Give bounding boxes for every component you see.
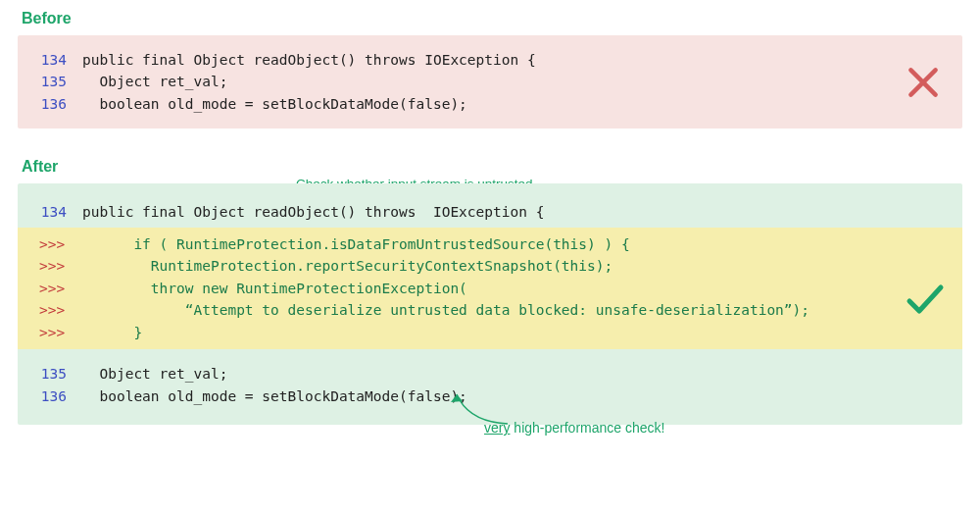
x-icon [906, 65, 941, 100]
annotation-performance: very high-performance check! [484, 420, 664, 436]
code-line-inserted: >>> if ( RuntimeProtection.isDataFromUnt… [35, 233, 945, 255]
code-text: RuntimeProtection.reportSecurityContextS… [82, 255, 945, 277]
code-line-inserted: >>> } [35, 322, 945, 343]
insert-marker: >>> [35, 322, 82, 343]
inserted-block: >>> if ( RuntimeProtection.isDataFromUnt… [18, 228, 962, 349]
code-text: public final Object readObject() throws … [82, 201, 945, 223]
code-text: Object ret_val; [82, 71, 945, 92]
code-line-inserted: >>> throw new RuntimeProtectionException… [35, 278, 945, 299]
code-text: “Attempt to deserialize untrusted data b… [82, 299, 945, 321]
code-text: boolean old_mode = setBlockDataMode(fals… [82, 93, 945, 115]
annotation-performance-rest: high-performance check! [510, 420, 664, 436]
line-number: 135 [35, 71, 82, 92]
annotation-performance-u: very [484, 420, 510, 436]
insert-marker: >>> [35, 233, 82, 255]
line-number: 135 [35, 363, 82, 385]
code-text: } [82, 322, 945, 343]
code-line: 136 boolean old_mode = setBlockDataMode(… [35, 93, 945, 115]
before-label: Before [22, 10, 962, 27]
line-number: 134 [35, 49, 82, 71]
line-number: 134 [35, 201, 82, 223]
insert-marker: >>> [35, 255, 82, 277]
code-text: throw new RuntimeProtectionException( [82, 278, 945, 299]
insert-marker: >>> [35, 278, 82, 299]
after-label: After [22, 158, 962, 176]
line-number: 136 [35, 386, 82, 407]
code-line-inserted: >>> “Attempt to deserialize untrusted da… [35, 299, 945, 321]
insert-marker: >>> [35, 299, 82, 321]
code-line: 134 public final Object readObject() thr… [35, 49, 945, 71]
code-line: 135 Object ret_val; [35, 363, 945, 385]
code-line: 134 public final Object readObject() thr… [35, 201, 945, 223]
svg-marker-4 [451, 394, 463, 402]
code-text: if ( RuntimeProtection.isDataFromUntrust… [82, 233, 945, 255]
before-code-block: 134 public final Object readObject() thr… [18, 35, 962, 128]
code-text: Object ret_val; [82, 363, 945, 385]
code-line: 135 Object ret_val; [35, 71, 945, 92]
after-code-block: 134 public final Object readObject() thr… [18, 183, 962, 425]
code-text: public final Object readObject() throws … [82, 49, 945, 71]
code-line-inserted: >>> RuntimeProtection.reportSecurityCont… [35, 255, 945, 277]
line-number: 136 [35, 93, 82, 115]
check-icon [906, 280, 945, 319]
